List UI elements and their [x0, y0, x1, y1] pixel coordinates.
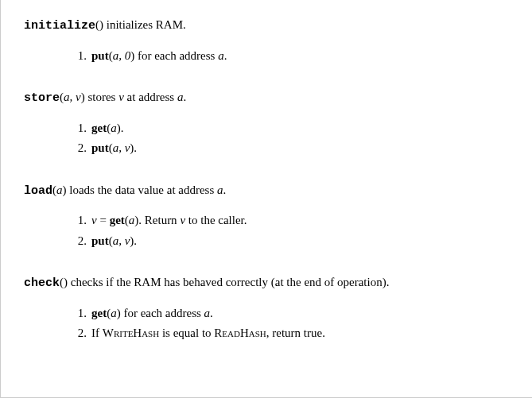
step-number: 1.: [68, 304, 87, 323]
store-signature: store(a, v) stores v at address a.: [24, 88, 508, 108]
func-args: a: [56, 184, 63, 196]
func-args: a, v: [64, 91, 81, 103]
text-post: , return true.: [266, 327, 325, 339]
call-name: get: [110, 214, 125, 226]
step-content: get(a).: [91, 119, 123, 137]
call-name: get: [91, 122, 107, 134]
function-load: load(a) loads the data value at address …: [24, 181, 508, 250]
call-args: a, v: [113, 234, 130, 247]
step-number: 1.: [68, 211, 87, 230]
step-text: .: [121, 122, 124, 134]
func-name: load: [24, 184, 52, 198]
initialize-steps: 1. put(a, 0) for each address a.: [68, 47, 508, 65]
store-steps: 1. get(a). 2. put(a, v).: [68, 119, 508, 157]
function-check: check() checks if the RAM has behaved co…: [24, 273, 508, 342]
step-post2: to the caller.: [185, 214, 247, 226]
readhash-label: ReadHash: [214, 327, 266, 339]
call-args: a: [129, 214, 135, 226]
call-args: a, 0: [113, 49, 131, 62]
step-number: 2.: [68, 232, 87, 250]
load-desc-end: .: [223, 184, 227, 196]
store-desc-end: .: [183, 91, 186, 103]
function-initialize: initialize() initializes RAM. 1. put(a, …: [24, 16, 508, 64]
store-desc-pre: stores: [85, 91, 119, 103]
step-content: put(a, v).: [91, 139, 137, 157]
check-steps: 1. get(a) for each address a. 2. If Writ…: [68, 304, 508, 342]
eq-sign: =: [97, 214, 110, 226]
step-post: . Return: [138, 214, 180, 226]
list-item: 2. put(a, v).: [68, 232, 508, 250]
step-content: put(a, 0) for each address a.: [91, 47, 227, 65]
store-desc-mid: at address: [124, 91, 177, 103]
initialize-desc: initializes RAM.: [103, 18, 186, 31]
call-args: a: [111, 307, 117, 319]
step-number: 2.: [68, 324, 87, 342]
call-name: put: [91, 49, 109, 62]
step-content: If WriteHash is equal to ReadHash, retur…: [91, 324, 325, 342]
list-item: 1. v = get(a). Return v to the caller.: [68, 211, 508, 230]
list-item: 2. put(a, v).: [68, 139, 508, 157]
step-text: .: [134, 234, 137, 247]
step-number: 2.: [68, 139, 87, 157]
var-v: v: [91, 214, 97, 226]
check-signature: check() checks if the RAM has behaved co…: [24, 273, 508, 293]
load-steps: 1. v = get(a). Return v to the caller. 2…: [68, 211, 508, 249]
list-item: 1. get(a).: [68, 119, 508, 137]
var-a: a: [217, 184, 223, 196]
step-content: get(a) for each address a.: [91, 304, 213, 323]
step-text: .: [134, 141, 137, 154]
step-number: 1.: [68, 119, 87, 137]
func-paren: (): [60, 276, 68, 288]
func-name: check: [24, 276, 60, 290]
check-desc: checks if the RAM has behaved correctly …: [68, 276, 389, 288]
step-content: put(a, v).: [91, 232, 137, 250]
var-a: a: [218, 49, 224, 62]
call-args: a: [111, 122, 117, 134]
call-name: put: [91, 234, 109, 247]
load-desc-pre: loads the data value at address: [67, 184, 218, 196]
list-item: 1. get(a) for each address a.: [68, 304, 508, 323]
text-mid: is equal to: [159, 327, 214, 339]
function-store: store(a, v) stores v at address a. 1. ge…: [24, 88, 508, 157]
list-item: 1. put(a, 0) for each address a.: [68, 47, 508, 65]
step-number: 1.: [68, 47, 87, 65]
step-text: for each address: [134, 49, 218, 62]
func-paren: (): [95, 18, 103, 31]
call-name: get: [91, 307, 107, 319]
func-name: initialize: [24, 19, 95, 33]
step-text: for each address: [121, 307, 204, 319]
list-item: 2. If WriteHash is equal to ReadHash, re…: [68, 324, 508, 342]
step-content: v = get(a). Return v to the caller.: [91, 211, 247, 230]
step-tail: .: [210, 307, 213, 319]
var-a: a: [204, 307, 211, 319]
step-tail: .: [224, 49, 227, 62]
func-name: store: [24, 91, 60, 105]
call-args: a, v: [113, 141, 130, 154]
load-signature: load(a) loads the data value at address …: [24, 181, 508, 201]
var-v: v: [118, 91, 124, 103]
initialize-signature: initialize() initializes RAM.: [24, 16, 508, 36]
left-border-line: [0, 0, 1, 398]
text-pre: If: [91, 327, 103, 339]
call-name: put: [91, 141, 109, 154]
writehash-label: WriteHash: [103, 327, 159, 339]
